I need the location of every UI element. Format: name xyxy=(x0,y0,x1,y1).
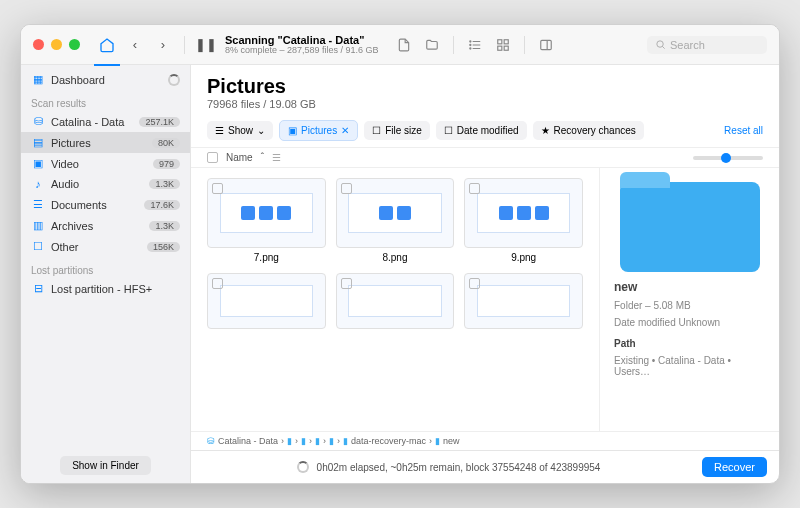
pictures-icon: ▤ xyxy=(31,136,45,149)
preview-name: new xyxy=(614,280,765,294)
status-text: 0h02m elapsed, ~0h25m remain, block 3755… xyxy=(317,462,601,473)
svg-point-4 xyxy=(470,44,471,45)
scan-subtitle: 8% complete – 287,589 files / 91.6 GB xyxy=(225,46,385,56)
scan-results-header: Scan results xyxy=(21,90,190,111)
select-all-checkbox[interactable] xyxy=(207,152,218,163)
recover-button[interactable]: Recover xyxy=(702,457,767,477)
sidebar-item-other[interactable]: ☐Other156K xyxy=(21,236,190,257)
nav-group: ‹ › ❚❚ xyxy=(98,36,215,54)
folder-icon xyxy=(620,182,760,272)
preview-date: Date modified Unknown xyxy=(614,317,765,328)
preview-path-header: Path xyxy=(614,338,765,349)
minimize-window[interactable] xyxy=(51,39,62,50)
pause-icon[interactable]: ❚❚ xyxy=(197,36,215,54)
reset-all-link[interactable]: Reset all xyxy=(724,125,763,136)
app-window: ‹ › ❚❚ Scanning "Catalina - Data" 8% com… xyxy=(20,24,780,484)
other-icon: ☐ xyxy=(31,240,45,253)
item-checkbox[interactable] xyxy=(469,183,480,194)
item-label: 9.png xyxy=(464,252,583,263)
zoom-window[interactable] xyxy=(69,39,80,50)
search-icon xyxy=(655,39,666,50)
filter-pictures[interactable]: ▣Pictures✕ xyxy=(279,120,358,141)
traffic-lights xyxy=(33,39,80,50)
sidebar-item-video[interactable]: ▣Video979 xyxy=(21,153,190,174)
preview-panel: new Folder – 5.08 MB Date modified Unkno… xyxy=(599,168,779,431)
grid-item[interactable]: 7.png xyxy=(207,178,326,263)
search-input[interactable]: Search xyxy=(647,36,767,54)
svg-rect-6 xyxy=(498,39,502,43)
sidebar-item-documents[interactable]: ☰Documents17.6K xyxy=(21,194,190,215)
page-subtitle: 79968 files / 19.08 GB xyxy=(207,98,763,110)
folder-icon: ▮ xyxy=(315,436,320,446)
svg-line-13 xyxy=(662,46,664,48)
back-icon[interactable]: ‹ xyxy=(126,36,144,54)
grid-item[interactable] xyxy=(207,273,326,329)
item-label: 8.png xyxy=(336,252,455,263)
lost-partitions-header: Lost partitions xyxy=(21,257,190,278)
documents-icon: ☰ xyxy=(31,198,45,211)
grid-item[interactable]: 9.png xyxy=(464,178,583,263)
calendar-icon: ☐ xyxy=(444,125,453,136)
sidebar-item-catalina[interactable]: ⛁Catalina - Data257.1K xyxy=(21,111,190,132)
svg-rect-7 xyxy=(504,39,508,43)
show-in-finder-button[interactable]: Show in Finder xyxy=(60,456,151,475)
breadcrumb[interactable]: ⛁Catalina - Data › ▮ › ▮ › ▮ › ▮ › ▮data… xyxy=(191,431,779,450)
filter-date[interactable]: ☐Date modified xyxy=(436,121,527,140)
sort-asc-icon[interactable]: ˆ xyxy=(261,152,264,163)
filter-recovery[interactable]: ★Recovery chances xyxy=(533,121,644,140)
menu-icon: ☰ xyxy=(215,125,224,136)
video-icon: ▣ xyxy=(31,157,45,170)
item-checkbox[interactable] xyxy=(469,278,480,289)
item-label: 7.png xyxy=(207,252,326,263)
preview-toggle-icon[interactable] xyxy=(537,36,555,54)
list-header: Name ˆ ☰ xyxy=(191,147,779,168)
spinner-icon xyxy=(297,461,309,473)
folder-icon: ▮ xyxy=(435,436,440,446)
column-options-icon[interactable]: ☰ xyxy=(272,152,281,163)
item-checkbox[interactable] xyxy=(341,183,352,194)
folder-icon: ▮ xyxy=(287,436,292,446)
scan-info: Scanning "Catalina - Data" 8% complete –… xyxy=(225,34,385,56)
close-window[interactable] xyxy=(33,39,44,50)
star-icon: ★ xyxy=(541,125,550,136)
grid-item[interactable] xyxy=(336,273,455,329)
file-view-icon[interactable] xyxy=(395,36,413,54)
image-icon: ▣ xyxy=(288,125,297,136)
show-dropdown[interactable]: ☰Show⌄ xyxy=(207,121,273,140)
folder-view-icon[interactable] xyxy=(423,36,441,54)
scan-title: Scanning "Catalina - Data" xyxy=(225,34,385,46)
preview-path: Existing • Catalina - Data • Users… xyxy=(614,355,765,377)
grid-view-icon[interactable] xyxy=(494,36,512,54)
archives-icon: ▥ xyxy=(31,219,45,232)
sidebar-item-lost-partition[interactable]: ⊟Lost partition - HFS+ xyxy=(21,278,190,299)
svg-rect-8 xyxy=(498,46,502,50)
forward-icon[interactable]: › xyxy=(154,36,172,54)
sidebar-dashboard[interactable]: ▦ Dashboard xyxy=(21,69,190,90)
folder-icon: ▮ xyxy=(301,436,306,446)
list-view-icon[interactable] xyxy=(466,36,484,54)
clear-icon[interactable]: ✕ xyxy=(341,125,349,136)
folder-icon: ▮ xyxy=(343,436,348,446)
svg-point-3 xyxy=(470,40,471,41)
filter-bar: ☰Show⌄ ▣Pictures✕ ☐File size ☐Date modif… xyxy=(191,114,779,147)
item-checkbox[interactable] xyxy=(212,278,223,289)
name-column[interactable]: Name xyxy=(226,152,253,163)
svg-point-12 xyxy=(657,41,663,47)
item-checkbox[interactable] xyxy=(212,183,223,194)
sidebar-item-pictures[interactable]: ▤Pictures80K xyxy=(21,132,190,153)
sidebar: ▦ Dashboard Scan results ⛁Catalina - Dat… xyxy=(21,65,191,483)
dashboard-icon: ▦ xyxy=(31,73,45,86)
item-checkbox[interactable] xyxy=(341,278,352,289)
home-icon[interactable] xyxy=(98,36,116,54)
thumbnail-size-slider[interactable] xyxy=(693,156,763,160)
sidebar-item-audio[interactable]: ♪Audio1.3K xyxy=(21,174,190,194)
grid-item[interactable]: 8.png xyxy=(336,178,455,263)
file-icon: ☐ xyxy=(372,125,381,136)
disk-icon: ⛁ xyxy=(207,436,215,446)
main-panel: Pictures 79968 files / 19.08 GB ☰Show⌄ ▣… xyxy=(191,65,779,483)
sidebar-item-archives[interactable]: ▥Archives1.3K xyxy=(21,215,190,236)
grid-item[interactable] xyxy=(464,273,583,329)
page-title: Pictures xyxy=(207,75,763,98)
filter-filesize[interactable]: ☐File size xyxy=(364,121,430,140)
svg-rect-9 xyxy=(504,46,508,50)
